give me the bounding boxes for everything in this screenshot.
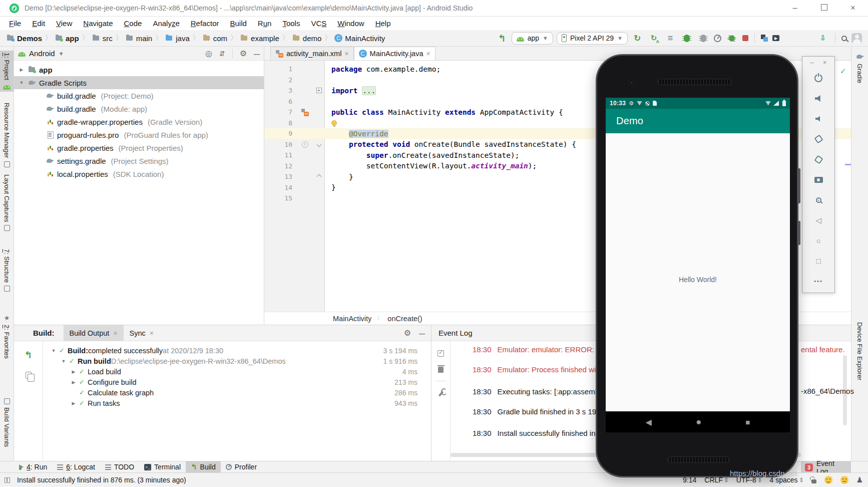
run-configuration-select[interactable]: app ▼ <box>512 32 553 45</box>
collapse-all-icon[interactable] <box>219 49 225 58</box>
locate-file-icon[interactable] <box>205 49 212 58</box>
tree-row-build-gradle[interactable]: build.gradle(Module: app) <box>14 102 264 115</box>
tab-4-run[interactable]: 4: Run <box>14 461 52 473</box>
breadcrumb-item-com[interactable]: com <box>203 34 227 43</box>
zoom-icon[interactable] <box>812 194 824 206</box>
apply-code-icon[interactable] <box>648 32 660 44</box>
build-row[interactable]: ✓Calculate task graph286 ms <box>43 387 423 398</box>
tab-mainactivity-java[interactable]: MainActivity.java <box>354 47 436 60</box>
event-log-entry[interactable]: 18:30Emulator: Process finished with e <box>473 365 608 374</box>
event-log-entry[interactable]: 18:30Emulator: emulator: ERROR: Runn <box>473 345 614 354</box>
happy-face-icon[interactable] <box>824 476 832 484</box>
download-icon[interactable] <box>817 32 829 44</box>
sidebar-item-7-structure[interactable]: 7: Structure <box>0 249 14 292</box>
sad-face-icon[interactable] <box>840 476 848 484</box>
build-row[interactable]: ▼✓Run build D:\eclipse\eclipse-jee-oxyge… <box>43 356 423 366</box>
tab-profiler[interactable]: Profiler <box>221 461 262 473</box>
sidebar-item-1-project[interactable]: 1: Project <box>0 51 14 92</box>
home-icon[interactable]: ○ <box>812 234 824 247</box>
avatar-icon[interactable] <box>851 33 862 44</box>
menu-run[interactable]: Run <box>252 19 277 28</box>
build-row[interactable]: ▼✓Build: completed successfully at 2020/… <box>43 345 423 356</box>
override-marker-icon[interactable] <box>302 141 308 148</box>
breadcrumb-item-demos[interactable]: Demos <box>7 34 42 43</box>
stop-icon[interactable] <box>742 35 748 41</box>
close-button[interactable]: × <box>846 4 860 13</box>
editor-breadcrumb-item[interactable]: MainActivity <box>333 315 371 323</box>
menu-edit[interactable]: Edit <box>27 19 51 28</box>
build-row[interactable]: ▶✓Load build4 ms <box>43 366 423 377</box>
back-icon[interactable]: ◀ <box>646 417 652 427</box>
settings-wrench-icon[interactable] <box>438 391 444 397</box>
export-icon[interactable] <box>26 372 32 379</box>
volume-down-icon[interactable] <box>812 113 824 125</box>
layout-inspector-icon[interactable] <box>761 35 768 42</box>
menu-help[interactable]: Help <box>370 19 396 28</box>
sidebar-item-2-favorites[interactable]: 2: Favorites <box>0 314 14 359</box>
tab-todo[interactable]: TODO <box>100 461 139 473</box>
gear-icon[interactable] <box>240 49 247 58</box>
editor-breadcrumb-item[interactable]: onCreate() <box>387 315 422 323</box>
rotate-left-icon[interactable] <box>812 133 824 145</box>
chevron-icon[interactable]: ▶ <box>70 369 77 374</box>
notifications-icon[interactable] <box>856 475 863 484</box>
menu-file[interactable]: File <box>4 19 27 28</box>
intention-bulb-icon[interactable] <box>331 120 337 126</box>
tab-activity-main-xml[interactable]: activity_main.xml <box>270 47 354 60</box>
build-tab-build-output[interactable]: Build Output <box>64 325 124 341</box>
chevron-icon[interactable]: ▼ <box>50 348 57 353</box>
build-row[interactable]: ▶✓Configure build213 ms <box>43 377 423 387</box>
tree-row-gradle-properties[interactable]: gradle.properties(Project Properties) <box>14 141 264 154</box>
tab-terminal[interactable]: Terminal <box>139 461 186 473</box>
hide-panel-icon[interactable] <box>419 329 425 337</box>
tool-window-toggle-icon[interactable] <box>5 477 10 483</box>
breadcrumb-item-demo[interactable]: demo <box>292 34 322 43</box>
profiler-icon[interactable] <box>714 35 721 42</box>
menu-refactor[interactable]: Refactor <box>185 19 225 28</box>
tree-row-settings-gradle[interactable]: settings.gradle(Project Settings) <box>14 154 264 167</box>
readonly-lock-icon[interactable] <box>811 479 816 483</box>
tree-row-proguard-rules-pro[interactable]: proguard-rules.pro(ProGuard Rules for ap… <box>14 128 264 141</box>
build-row[interactable]: ▶✓Run tasks943 ms <box>43 398 423 408</box>
breadcrumb-item-mainactivity[interactable]: MainActivity <box>334 34 385 43</box>
recents-icon[interactable]: ■ <box>745 418 750 426</box>
event-log-entry[interactable]: 18:30Executing tasks: [:app:assembleD <box>473 387 611 396</box>
menu-navigate[interactable]: Navigate <box>78 19 118 28</box>
breadcrumb-item-main[interactable]: main <box>126 34 153 43</box>
phone-screen[interactable]: 10:33 ⚙ Demo Hello World! ◀ ● ■ <box>606 98 790 432</box>
rotate-right-icon[interactable] <box>812 153 824 165</box>
sidebar-item-device-file-explorer[interactable]: Device File Explorer <box>851 322 868 380</box>
tab-6-logcat[interactable]: 6: Logcat <box>52 461 100 473</box>
apply-restart-icon[interactable] <box>631 32 643 44</box>
menu-code[interactable]: Code <box>119 19 148 28</box>
tree-row-local-properties[interactable]: local.properties(SDK Location) <box>14 167 264 180</box>
sidebar-item-gradle[interactable]: Gradle <box>851 53 868 83</box>
tree-row-app[interactable]: ▶app <box>14 63 264 76</box>
power-icon[interactable] <box>812 72 824 84</box>
screenshot-icon[interactable] <box>812 174 824 186</box>
gear-icon[interactable] <box>404 328 411 338</box>
make-project-icon[interactable] <box>496 32 508 44</box>
attach-debugger-icon[interactable] <box>697 32 709 44</box>
fold-collapse-icon[interactable] <box>316 142 321 147</box>
overview-icon[interactable]: □ <box>812 255 824 267</box>
close-icon[interactable] <box>150 329 154 337</box>
tab-event-log[interactable]: 3 Event Log <box>801 461 851 473</box>
avd-manager-icon[interactable] <box>784 32 796 44</box>
menu-tools[interactable]: Tools <box>277 19 305 28</box>
tab-build[interactable]: Build <box>186 461 221 473</box>
maximize-button[interactable] <box>817 4 831 13</box>
menu-build[interactable]: Build <box>224 19 252 28</box>
restart-build-icon[interactable] <box>25 349 33 361</box>
chevron-icon[interactable]: ▶ <box>70 380 77 385</box>
breadcrumb-item-example[interactable]: example <box>240 34 279 43</box>
emulator-minimize-button[interactable]: – <box>810 59 814 66</box>
breadcrumb-item-java[interactable]: java <box>165 34 190 43</box>
close-icon[interactable] <box>113 329 117 337</box>
minimize-button[interactable]: – <box>788 4 802 13</box>
tree-row-gradle-scripts[interactable]: ▼Gradle Scripts <box>14 76 264 89</box>
chevron-icon[interactable]: ▶ <box>70 401 77 406</box>
device-select[interactable]: Pixel 2 API 29 ▼ <box>557 32 628 45</box>
build-tab-sync[interactable]: Sync <box>124 325 160 341</box>
tree-row-gradle-wrapper-properties[interactable]: gradle-wrapper.properties(Gradle Version… <box>14 115 264 128</box>
